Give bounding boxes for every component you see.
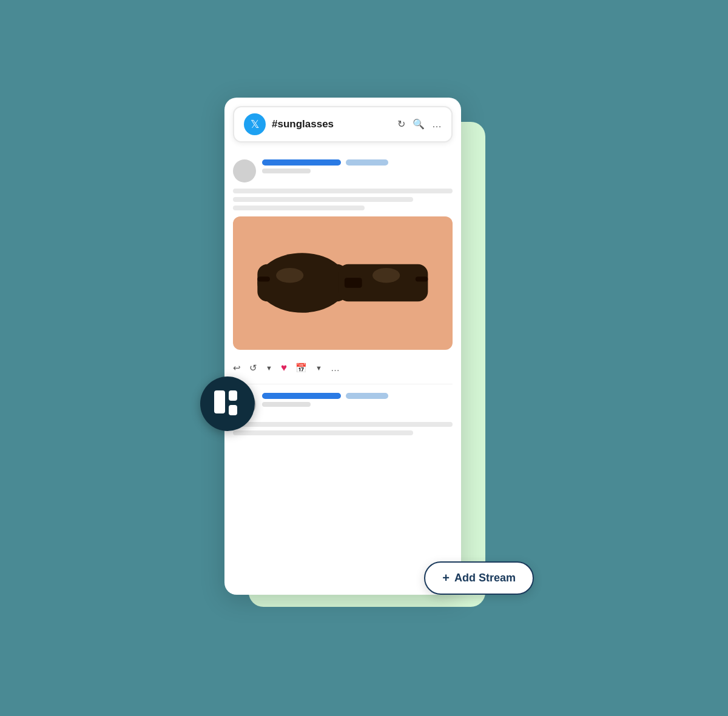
grid-cell-bottom-right: [229, 405, 237, 415]
text-line-2-1: [233, 422, 453, 427]
retweet-dropdown-icon[interactable]: ▼: [266, 364, 272, 372]
handle-bar-1: [346, 159, 388, 166]
more-icon[interactable]: …: [432, 119, 442, 130]
calendar-dropdown-icon[interactable]: ▼: [315, 364, 322, 372]
search-icon[interactable]: 🔍: [413, 118, 425, 130]
tweet-2-text: [233, 422, 453, 435]
tweet-1-text: [233, 189, 453, 210]
text-line-3: [233, 206, 365, 210]
tweet-card-1: ↩ ↺ ▼ ♥ 📅 ▼ …: [233, 151, 453, 384]
name-bar-2: [262, 393, 341, 399]
main-card: 𝕏 #sunglasses ↻ 🔍 …: [224, 98, 461, 595]
text-line-2-2: [233, 430, 413, 435]
add-stream-plus-icon: +: [442, 571, 450, 585]
tweet-2-header: [233, 393, 453, 416]
hashtag-label: #sunglasses: [272, 118, 391, 130]
sunglasses-svg: [249, 246, 436, 320]
grid-cell-left: [214, 390, 225, 413]
hootsuite-grid-icon: [214, 390, 241, 417]
content-area: ↩ ↺ ▼ ♥ 📅 ▼ …: [224, 142, 461, 456]
tweet-1-meta: [262, 159, 453, 173]
svg-point-6: [276, 268, 303, 283]
header-action-icons: ↻ 🔍 …: [397, 118, 442, 130]
name-row-2: [262, 393, 453, 399]
text-line-2: [233, 197, 413, 202]
tweet-card-2: [233, 384, 453, 447]
svg-rect-4: [258, 276, 271, 281]
tweet-image-sunglasses: [233, 216, 453, 350]
tweet-2-meta: [262, 393, 453, 407]
more-actions-icon[interactable]: …: [331, 363, 340, 373]
svg-rect-1: [258, 264, 348, 302]
add-stream-label: Add Stream: [454, 572, 516, 584]
reply-icon[interactable]: ↩: [233, 363, 241, 373]
handle-bar-2: [346, 393, 388, 399]
hootsuite-logo: [200, 376, 255, 431]
scene-container: 𝕏 #sunglasses ↻ 🔍 …: [212, 85, 516, 631]
avatar-1: [233, 159, 256, 182]
name-row-1: [262, 159, 453, 166]
svg-rect-3: [345, 278, 362, 287]
time-bar-1: [262, 169, 311, 173]
add-stream-button[interactable]: + Add Stream: [424, 561, 534, 595]
twitter-bird-icon: 𝕏: [251, 118, 260, 131]
svg-rect-5: [416, 276, 428, 281]
text-line-1: [233, 189, 453, 193]
grid-cell-top-right: [229, 390, 237, 401]
tweet-1-header: [233, 159, 453, 182]
calendar-icon[interactable]: 📅: [295, 363, 307, 373]
like-icon[interactable]: ♥: [281, 362, 287, 374]
retweet-icon[interactable]: ↺: [249, 363, 257, 373]
tweet-1-actions: ↩ ↺ ▼ ♥ 📅 ▼ …: [233, 356, 453, 375]
time-bar-2: [262, 402, 311, 407]
search-header-bar: 𝕏 #sunglasses ↻ 🔍 …: [233, 106, 453, 142]
twitter-icon: 𝕏: [244, 113, 266, 135]
name-bar-1: [262, 159, 341, 166]
refresh-icon[interactable]: ↻: [397, 118, 405, 130]
svg-point-7: [372, 268, 400, 283]
